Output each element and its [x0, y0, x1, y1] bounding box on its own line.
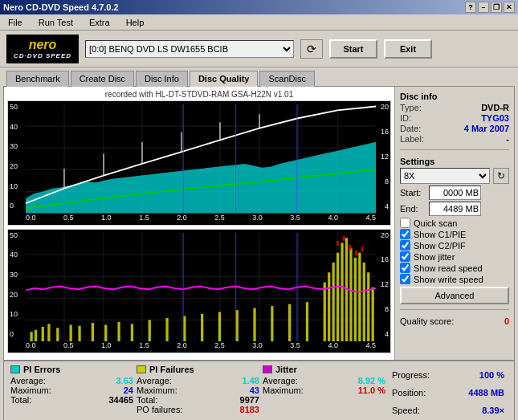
bottom-chart-svg	[26, 233, 376, 342]
end-input[interactable]	[429, 202, 481, 216]
jitter-color	[263, 365, 272, 373]
svg-rect-55	[324, 282, 326, 341]
svg-rect-67	[336, 240, 339, 245]
restore-btn[interactable]: ❐	[491, 2, 502, 13]
show-write-checkbox[interactable]	[400, 274, 410, 284]
bottom-chart-x: 0.0 0.5 1.0 1.5 2.0 2.5 3.0 3.5 4.0 4.5	[26, 341, 376, 353]
svg-rect-49	[218, 312, 221, 341]
logo-text: nero	[14, 37, 71, 52]
svg-rect-71	[361, 247, 363, 251]
svg-rect-64	[363, 262, 365, 341]
pi-failures-max-row: Maximum: 43	[137, 385, 259, 395]
disc-date-row: Date: 4 Mar 2007	[400, 124, 509, 133]
svg-rect-59	[341, 243, 343, 341]
window-controls: ? – ❐ ✕	[465, 2, 515, 13]
show-jitter-checkbox[interactable]	[400, 251, 410, 262]
pi-errors-group: PI Errors Average: 3.63 Maximum: 24 Tota…	[10, 365, 133, 420]
start-input[interactable]	[429, 186, 481, 200]
jitter-max-row: Maximum: 11.0 %	[263, 385, 385, 395]
start-label: Start:	[400, 188, 426, 198]
pi-errors-total-value: 34465	[108, 395, 133, 405]
show-c1pie-checkbox[interactable]	[400, 229, 410, 239]
show-c2pif-label: Show C2/PIF	[414, 241, 466, 251]
speed-label: Speed:	[392, 406, 420, 415]
pi-failures-title: PI Failures	[149, 365, 194, 374]
exit-button[interactable]: Exit	[384, 39, 432, 59]
pi-errors-max-value: 24	[124, 385, 133, 395]
tab-create-disc[interactable]: Create Disc	[71, 71, 134, 87]
position-label: Position:	[392, 388, 426, 398]
right-panel: Disc info Type: DVD-R ID: TYG03 Date: 4 …	[395, 87, 514, 360]
show-write-row: Show write speed	[400, 274, 509, 284]
svg-rect-39	[70, 324, 72, 341]
svg-rect-38	[56, 328, 59, 341]
svg-rect-61	[349, 247, 352, 341]
speed-select[interactable]: 8X	[400, 168, 490, 184]
quick-scan-checkbox[interactable]	[400, 218, 410, 228]
svg-rect-36	[42, 327, 44, 341]
top-chart-svg	[26, 104, 376, 214]
progress-label: Progress:	[392, 370, 430, 380]
show-c2pif-checkbox[interactable]	[400, 240, 410, 251]
charts-area: recorded with HL-DT-STDVD-RAM GSA-H22N v…	[4, 87, 395, 360]
top-chart-y-right: 20 16 12 8 4	[376, 101, 390, 212]
bottom-chart-y-right: 20 16 12 8 4	[376, 230, 390, 340]
svg-rect-41	[92, 323, 94, 341]
menu-run-test[interactable]: Run Test	[34, 16, 78, 29]
tab-disc-info[interactable]: Disc Info	[136, 71, 188, 87]
disc-info-title: Disc info	[400, 92, 509, 101]
jitter-max-label: Maximum:	[263, 385, 304, 395]
svg-rect-66	[372, 287, 374, 341]
pi-failures-avg-value: 1.48	[243, 376, 259, 385]
show-jitter-label: Show jitter	[414, 252, 455, 262]
tab-benchmark[interactable]: Benchmark	[6, 71, 69, 87]
quality-score-value: 0	[504, 316, 509, 326]
svg-rect-35	[35, 329, 37, 341]
drive-select[interactable]: [0:0] BENQ DVD LS DW1655 BCIB	[85, 40, 294, 58]
settings-section: Settings 8X ↻ Start: End: Quick scan	[400, 157, 509, 304]
advanced-button[interactable]: Advanced	[400, 287, 509, 304]
bottom-chart-inner	[26, 233, 376, 342]
disc-type-label: Type:	[400, 103, 422, 112]
app-header: nero CD·DVD SPEED [0:0] BENQ DVD LS DW16…	[0, 31, 518, 67]
svg-rect-48	[201, 314, 203, 341]
tab-scan-disc[interactable]: ScanDisc	[259, 71, 314, 87]
svg-rect-54	[306, 302, 308, 341]
start-button[interactable]: Start	[329, 39, 377, 59]
show-read-checkbox[interactable]	[400, 263, 410, 273]
right-stats: Progress: 100 % Position: 4488 MB Speed:…	[389, 365, 508, 420]
disc-type-value: DVD-R	[481, 103, 509, 112]
show-c1pie-row: Show C1/PIE	[400, 229, 509, 239]
disc-date-value: 4 Mar 2007	[464, 124, 509, 133]
menu-extra[interactable]: Extra	[84, 16, 115, 29]
main-content: recorded with HL-DT-STDVD-RAM GSA-H22N v…	[3, 86, 515, 361]
pi-failures-avg-label: Average:	[137, 376, 172, 385]
pi-failures-max-label: Maximum:	[137, 385, 177, 395]
tab-bar: Benchmark Create Disc Disc Info Disc Qua…	[0, 67, 518, 86]
jitter-header: Jitter	[263, 365, 385, 374]
pi-errors-color	[10, 365, 20, 373]
help-btn[interactable]: ?	[465, 2, 476, 13]
minimize-btn[interactable]: –	[478, 2, 489, 13]
tab-disc-quality[interactable]: Disc Quality	[190, 71, 259, 87]
show-read-label: Show read speed	[414, 263, 483, 273]
jitter-title: Jitter	[275, 365, 297, 374]
jitter-avg-row: Average: 8.92 %	[263, 376, 385, 385]
pi-errors-total-row: Total: 34465	[10, 395, 133, 405]
svg-rect-56	[328, 272, 330, 341]
pi-failures-group: PI Failures Average: 1.48 Maximum: 43 To…	[137, 365, 259, 420]
settings-refresh-btn[interactable]: ↻	[493, 168, 509, 184]
chart-title: recorded with HL-DT-STDVD-RAM GSA-H22N v…	[7, 90, 391, 99]
menu-help[interactable]: Help	[121, 16, 149, 29]
svg-rect-70	[355, 251, 357, 255]
title-bar: Nero CD-DVD Speed 4.7.0.2 ? – ❐ ✕	[0, 0, 518, 14]
show-c2pif-row: Show C2/PIF	[400, 240, 509, 251]
pi-errors-header: PI Errors	[10, 365, 133, 374]
svg-rect-52	[271, 306, 273, 341]
pi-failures-po-value: 8183	[240, 405, 259, 414]
close-btn[interactable]: ✕	[504, 2, 515, 13]
pi-failures-total-value: 9977	[240, 395, 259, 405]
svg-rect-62	[354, 257, 357, 341]
menu-file[interactable]: File	[3, 16, 27, 29]
refresh-drive-btn[interactable]: ⟳	[300, 39, 323, 59]
